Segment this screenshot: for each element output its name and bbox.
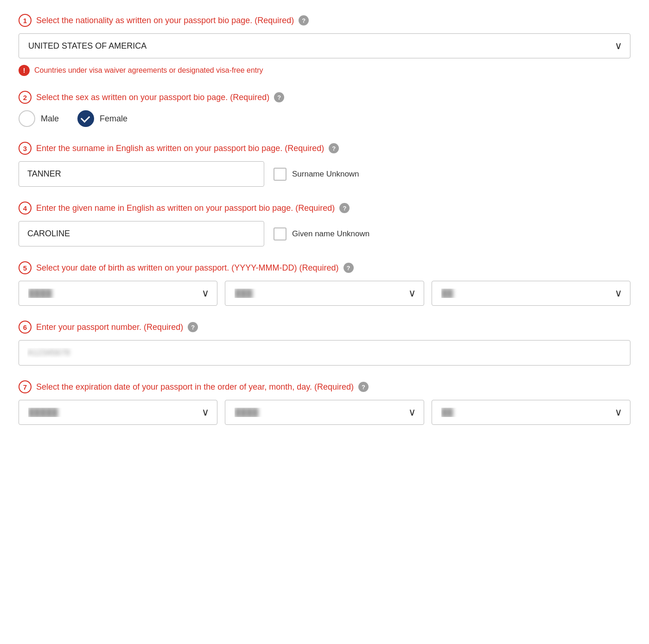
dob-dropdown-group: ████ ∨ ███ ∨ ██ ∨ (19, 281, 630, 306)
female-radio-label: Female (100, 114, 127, 124)
surname-unknown-checkbox[interactable] (274, 168, 286, 181)
question-7-block: 7 Select the expiration date of your pas… (19, 380, 630, 425)
female-radio-option[interactable]: Female (77, 110, 127, 127)
question-3-help-icon[interactable]: ? (329, 143, 339, 153)
surname-unknown-label[interactable]: Surname Unknown (274, 168, 359, 181)
question-5-number: 5 (19, 261, 32, 274)
question-5-block: 5 Select your date of birth as written o… (19, 261, 630, 306)
expiry-month-dropdown[interactable]: ████ (225, 400, 424, 425)
question-3-label: 3 Enter the surname in English as writte… (19, 142, 630, 155)
given-name-unknown-label[interactable]: Given name Unknown (274, 227, 369, 240)
dob-year-dropdown[interactable]: ████ (19, 281, 217, 306)
passport-number-input[interactable] (19, 340, 630, 366)
nationality-dropdown-wrapper: UNITED STATES OF AMERICA ∨ (19, 33, 630, 58)
dob-month-dropdown[interactable]: ███ (225, 281, 424, 306)
male-radio-option[interactable]: Male (19, 110, 59, 127)
question-4-label: 4 Enter the given name in English as wri… (19, 202, 630, 215)
expiry-dropdown-group: █████ ∨ ████ ∨ ██ ∨ (19, 400, 630, 425)
question-6-help-icon[interactable]: ? (188, 322, 198, 332)
question-6-block: 6 Enter your passport number. (Required)… (19, 321, 630, 366)
expiry-day-wrapper: ██ ∨ (432, 400, 630, 425)
expiry-year-wrapper: █████ ∨ (19, 400, 217, 425)
question-7-text: Select the expiration date of your passp… (36, 382, 354, 392)
question-7-label: 7 Select the expiration date of your pas… (19, 380, 630, 393)
question-2-help-icon[interactable]: ? (274, 92, 284, 102)
question-6-text: Enter your passport number. (Required) (36, 322, 183, 332)
nationality-dropdown[interactable]: UNITED STATES OF AMERICA (19, 33, 630, 58)
male-radio-circle[interactable] (19, 110, 35, 127)
question-1-text: Select the nationality as written on you… (36, 16, 294, 25)
question-4-text: Enter the given name in English as writt… (36, 203, 335, 213)
surname-unknown-text: Surname Unknown (292, 170, 359, 179)
given-name-unknown-text: Given name Unknown (292, 229, 369, 239)
question-4-help-icon[interactable]: ? (339, 203, 350, 213)
surname-input-row: Surname Unknown (19, 161, 630, 187)
question-3-block: 3 Enter the surname in English as writte… (19, 142, 630, 187)
question-2-text: Select the sex as written on your passpo… (36, 93, 269, 102)
dob-year-wrapper: ████ ∨ (19, 281, 217, 306)
female-radio-circle[interactable] (77, 110, 94, 127)
dob-month-wrapper: ███ ∨ (225, 281, 424, 306)
question-3-text: Enter the surname in English as written … (36, 144, 324, 153)
dob-day-wrapper: ██ ∨ (432, 281, 630, 306)
question-5-text: Select your date of birth as written on … (36, 263, 339, 273)
question-5-label: 5 Select your date of birth as written o… (19, 261, 630, 274)
question-2-number: 2 (19, 91, 32, 104)
question-1-number: 1 (19, 14, 32, 27)
warning-icon: ! (19, 65, 30, 76)
question-1-help-icon[interactable]: ? (299, 15, 309, 25)
question-2-block: 2 Select the sex as written on your pass… (19, 91, 630, 127)
question-6-label: 6 Enter your passport number. (Required)… (19, 321, 630, 334)
question-4-number: 4 (19, 202, 32, 215)
expiry-day-dropdown[interactable]: ██ (432, 400, 630, 425)
question-5-help-icon[interactable]: ? (344, 263, 354, 273)
question-1-block: 1 Select the nationality as written on y… (19, 14, 630, 76)
sex-radio-group: Male Female (19, 110, 630, 127)
expiry-month-wrapper: ████ ∨ (225, 400, 424, 425)
question-4-block: 4 Enter the given name in English as wri… (19, 202, 630, 246)
given-name-unknown-checkbox[interactable] (274, 227, 286, 240)
question-6-number: 6 (19, 321, 32, 334)
given-name-input-row: Given name Unknown (19, 221, 630, 246)
dob-day-dropdown[interactable]: ██ (432, 281, 630, 306)
question-7-help-icon[interactable]: ? (358, 382, 369, 392)
question-1-label: 1 Select the nationality as written on y… (19, 14, 630, 27)
surname-input[interactable] (19, 161, 264, 187)
visa-waiver-warning: ! Countries under visa waiver agreements… (19, 65, 630, 76)
expiry-year-dropdown[interactable]: █████ (19, 400, 217, 425)
question-7-number: 7 (19, 380, 32, 393)
question-3-number: 3 (19, 142, 32, 155)
given-name-input[interactable] (19, 221, 264, 246)
male-radio-label: Male (41, 114, 59, 124)
question-2-label: 2 Select the sex as written on your pass… (19, 91, 630, 104)
warning-text: Countries under visa waiver agreements o… (34, 66, 263, 75)
